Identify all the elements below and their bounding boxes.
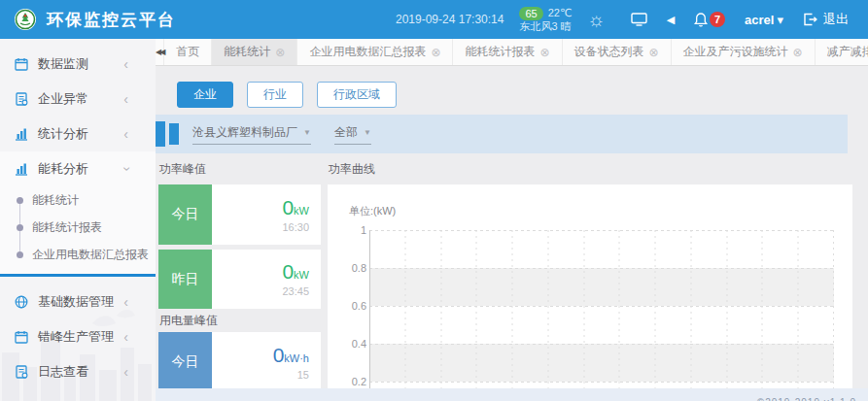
chart-title: 功率曲线 <box>329 161 375 178</box>
close-icon[interactable]: ⊗ <box>793 46 803 59</box>
bar-chart-icon <box>15 162 28 176</box>
peak-tag: 今日 <box>158 184 212 245</box>
user-caret-icon: ▾ <box>777 13 783 27</box>
bullet-icon <box>17 251 23 258</box>
username: acrel <box>745 13 774 27</box>
peak-tag: 昨日 <box>158 250 212 309</box>
app-title: 环保监控云平台 <box>47 9 176 31</box>
filter-bar: 沧县义辉塑料制品厂 ▼ 全部 ▼ <box>156 115 848 153</box>
sidebar-item-label: 统计分析 <box>38 125 88 143</box>
logout-button[interactable]: 退出 <box>803 11 849 28</box>
sidebar-item-log-view[interactable]: 日志查看 ‹ <box>0 354 156 389</box>
tab-enterprise-power-summary[interactable]: 企业用电数据汇总报表 ⊗ <box>297 39 453 65</box>
scope-button-enterprise[interactable]: 企业 <box>177 82 233 108</box>
sidebar-subitem-enterprise-power-summary[interactable]: 企业用电数据汇总报表 <box>0 241 156 268</box>
sidebar-subitem-label: 能耗统计报表 <box>32 219 102 236</box>
power-curve-chart: 单位:(kW) 1 0.8 0.6 0.4 0.2 <box>328 184 852 388</box>
condition: 晴 <box>561 20 572 32</box>
chevron-left-icon: ‹ <box>123 127 128 141</box>
sub-select[interactable]: 全部 ▼ <box>334 124 371 145</box>
sidebar-item-enterprise-abnormal[interactable]: 企业异常 ‹ <box>0 82 156 117</box>
calendar-icon <box>15 57 28 71</box>
sidebar-item-label: 数据监测 <box>38 55 88 73</box>
notification-count-badge: 7 <box>710 12 725 27</box>
peak-time: 15 <box>297 369 309 382</box>
sidebar-subitem-energy-statistics[interactable]: 能耗统计 <box>0 186 156 214</box>
sidebar-divider <box>0 274 156 277</box>
power-peak-title: 功率峰值 <box>159 161 206 178</box>
chevron-left-icon: ‹ <box>123 295 128 309</box>
sidebar-item-energy-analysis[interactable]: 能耗分析 ‹ <box>0 151 156 186</box>
monitor-icon[interactable] <box>631 13 647 26</box>
tab-energy-statistics[interactable]: 能耗统计 ⊗ <box>212 39 297 65</box>
scope-button-region[interactable]: 行政区域 <box>317 82 397 108</box>
bullet-icon <box>17 224 23 231</box>
sidebar-item-statistics-analysis[interactable]: 统计分析 ‹ <box>0 117 156 151</box>
tab-strip: ◀◀ 首页 能耗统计 ⊗ 企业用电数据汇总报表 ⊗ 能耗统计报表 ⊗ 设备状态列… <box>156 39 868 66</box>
bars-icon <box>169 123 179 145</box>
notifications[interactable]: 7 <box>694 12 725 27</box>
peak-tag: 今日 <box>158 332 212 392</box>
company-select[interactable]: 沧县义辉塑料制品厂 ▼ <box>192 124 311 145</box>
sidebar-item-label: 企业异常 <box>38 90 88 108</box>
tab-pollution-facility-stats[interactable]: 企业及产污设施统计 ⊗ <box>672 39 816 65</box>
chart-unit-label: 单位:(kW) <box>349 204 396 218</box>
platform-logo-icon <box>14 8 37 31</box>
logout-label: 退出 <box>823 11 849 28</box>
power-peak-card-today: 今日 0kW 16:30 <box>158 184 321 245</box>
close-icon[interactable]: ⊗ <box>539 46 549 59</box>
sidebar-item-data-monitoring[interactable]: 数据监测 ‹ <box>0 47 156 82</box>
sidebar-group-energy-analysis: 能耗分析 ‹ 能耗统计 能耗统计报表 企业用电数据汇总报表 <box>0 151 156 274</box>
energy-analysis-submenu: 能耗统计 能耗统计报表 企业用电数据汇总报表 <box>0 186 156 268</box>
sidebar-item-peak-production[interactable]: 错峰生产管理 ‹ <box>0 319 156 354</box>
sidebar-subitem-label: 能耗统计 <box>32 192 79 209</box>
sidebar-item-label: 基础数据管理 <box>38 293 114 311</box>
tab-label: 设备状态列表 <box>574 44 644 60</box>
sidebar-item-base-data[interactable]: 基础数据管理 ‹ <box>0 284 156 319</box>
tab-device-status[interactable]: 设备状态列表 ⊗ <box>563 39 672 65</box>
bullet-icon <box>17 197 23 204</box>
close-icon[interactable]: ⊗ <box>431 46 440 59</box>
footer-strip: ©2019-2019 v1.1.0 <box>156 388 868 401</box>
weather-widget: 65 22℃ 东北风3 晴 <box>519 7 572 33</box>
sidebar-subitem-energy-report[interactable]: 能耗统计报表 <box>0 214 156 241</box>
tab-label: 能耗统计 <box>224 44 270 60</box>
top-header: 环保监控云平台 2019-09-24 17:30:14 65 22℃ 东北风3 … <box>0 0 868 39</box>
tab-label: 首页 <box>176 44 199 60</box>
energy-peak-title: 用电量峰值 <box>159 313 218 329</box>
caret-down-icon: ▼ <box>364 128 371 137</box>
tab-home[interactable]: 首页 <box>164 39 212 65</box>
sidebar-subitem-label: 企业用电数据汇总报表 <box>32 247 149 263</box>
sidebar: 数据监测 ‹ 企业异常 ‹ 统计分析 ‹ 能耗分析 ‹ <box>0 39 156 401</box>
footer-copyright: ©2019-2019 v1.1.0 <box>757 397 856 401</box>
sidebar-item-label: 能耗分析 <box>38 160 88 178</box>
company-select-value: 沧县义辉塑料制品厂 <box>192 124 297 141</box>
peak-time: 16:30 <box>282 221 309 234</box>
tab-scroll-left-icon[interactable]: ◀◀ <box>156 39 164 65</box>
scope-button-industry[interactable]: 行业 <box>247 82 303 108</box>
chevron-down-icon: ‹ <box>120 167 133 172</box>
sidebar-item-label: 错峰生产管理 <box>38 328 114 346</box>
user-menu[interactable]: acrel ▾ <box>745 13 783 27</box>
tab-label: 能耗统计报表 <box>465 44 535 60</box>
temperature: 22℃ <box>548 7 573 19</box>
scope-button-group: 企业 行业 行政区域 <box>177 82 397 108</box>
tab-energy-report[interactable]: 能耗统计报表 ⊗ <box>453 39 562 65</box>
tab-reduction-analysis[interactable]: 减产减排分析 ⊗ <box>816 39 868 65</box>
main-area: ◀◀ 首页 能耗统计 ⊗ 企业用电数据汇总报表 ⊗ 能耗统计报表 ⊗ 设备状态列… <box>156 39 868 401</box>
tab-label: 减产减排分析 <box>827 44 868 60</box>
y-tick: 0.8 <box>337 262 366 274</box>
y-tick: 1 <box>337 224 366 236</box>
peak-value: 0kW <box>282 196 309 219</box>
chevron-left-icon: ‹ <box>123 365 128 379</box>
chevron-left-icon: ‹ <box>123 57 128 71</box>
chart-grid <box>369 230 834 388</box>
close-icon[interactable]: ⊗ <box>649 46 659 59</box>
sidebar-item-label: 日志查看 <box>38 363 88 381</box>
sub-select-value: 全部 <box>334 124 358 141</box>
bell-icon <box>694 12 708 27</box>
y-tick: 0.2 <box>337 376 366 387</box>
peak-time: 23:45 <box>282 285 309 298</box>
speaker-icon[interactable]: ◀ <box>667 14 675 26</box>
close-icon[interactable]: ⊗ <box>275 46 285 59</box>
